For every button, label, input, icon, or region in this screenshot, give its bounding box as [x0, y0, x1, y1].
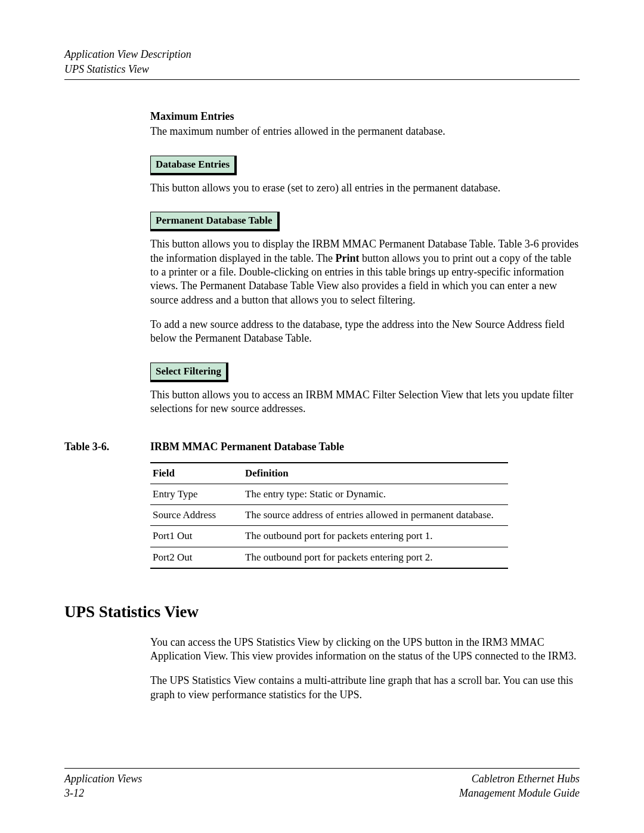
- table-header-definition: Definition: [243, 463, 508, 484]
- table-row: Port1 Out The outbound port for packets …: [150, 526, 508, 547]
- section-maximum-entries: Maximum Entries The maximum number of en…: [150, 110, 580, 139]
- table-row: Entry Type The entry type: Static or Dyn…: [150, 484, 508, 505]
- body-ups-1: You can access the UPS Statistics View b…: [150, 636, 580, 664]
- cell-definition: The source address of entries allowed in…: [243, 505, 508, 526]
- page-header: Application View Description UPS Statist…: [64, 48, 580, 80]
- page-footer: Application Views 3-12 Cabletron Etherne…: [64, 768, 580, 800]
- print-bold: Print: [336, 252, 360, 264]
- section-permanent-database-table: Permanent Database Table This button all…: [150, 212, 580, 346]
- cell-field: Port1 Out: [150, 526, 243, 547]
- database-entries-button[interactable]: Database Entries: [150, 156, 237, 175]
- table-caption-label: Table 3-6.: [64, 440, 150, 454]
- table-caption: Table 3-6. IRBM MMAC Permanent Database …: [64, 440, 580, 454]
- heading-ups-statistics-view: UPS Statistics View: [64, 602, 580, 623]
- header-breadcrumb-top: Application View Description: [64, 48, 580, 61]
- body-ups-2: The UPS Statistics View contains a multi…: [150, 674, 580, 702]
- cell-field: Entry Type: [150, 484, 243, 505]
- body-permanent-database-table-1: This button allows you to display the IR…: [150, 237, 580, 307]
- table-caption-title: IRBM MMAC Permanent Database Table: [150, 440, 344, 454]
- table-row: Port2 Out The outbound port for packets …: [150, 547, 508, 568]
- footer-left-1: Application Views: [64, 772, 142, 786]
- footer-right: Cabletron Ethernet Hubs Management Modul…: [459, 772, 580, 800]
- permanent-database-table-button[interactable]: Permanent Database Table: [150, 212, 280, 231]
- select-filtering-button[interactable]: Select Filtering: [150, 363, 228, 382]
- body-database-entries: This button allows you to erase (set to …: [150, 181, 580, 195]
- footer-right-2: Management Module Guide: [459, 786, 580, 800]
- cell-field: Port2 Out: [150, 547, 243, 568]
- cell-field: Source Address: [150, 505, 243, 526]
- body-permanent-database-table-2: To add a new source address to the datab…: [150, 318, 580, 346]
- table-header-field: Field: [150, 463, 243, 484]
- heading-maximum-entries: Maximum Entries: [150, 110, 580, 123]
- body-maximum-entries: The maximum number of entries allowed in…: [150, 125, 580, 138]
- section-select-filtering: Select Filtering This button allows you …: [150, 363, 580, 416]
- cell-definition: The entry type: Static or Dynamic.: [243, 484, 508, 505]
- header-breadcrumb-sub: UPS Statistics View: [64, 63, 580, 76]
- section-ups-statistics: You can access the UPS Statistics View b…: [150, 636, 580, 702]
- footer-left-2: 3-12: [64, 786, 142, 800]
- table-row: Source Address The source address of ent…: [150, 505, 508, 526]
- section-database-entries: Database Entries This button allows you …: [150, 156, 580, 195]
- cell-definition: The outbound port for packets entering p…: [243, 526, 508, 547]
- body-select-filtering: This button allows you to access an IRBM…: [150, 388, 580, 416]
- footer-left: Application Views 3-12: [64, 772, 142, 800]
- cell-definition: The outbound port for packets entering p…: [243, 547, 508, 568]
- permanent-database-data-table: Field Definition Entry Type The entry ty…: [150, 462, 508, 568]
- footer-right-1: Cabletron Ethernet Hubs: [459, 772, 580, 786]
